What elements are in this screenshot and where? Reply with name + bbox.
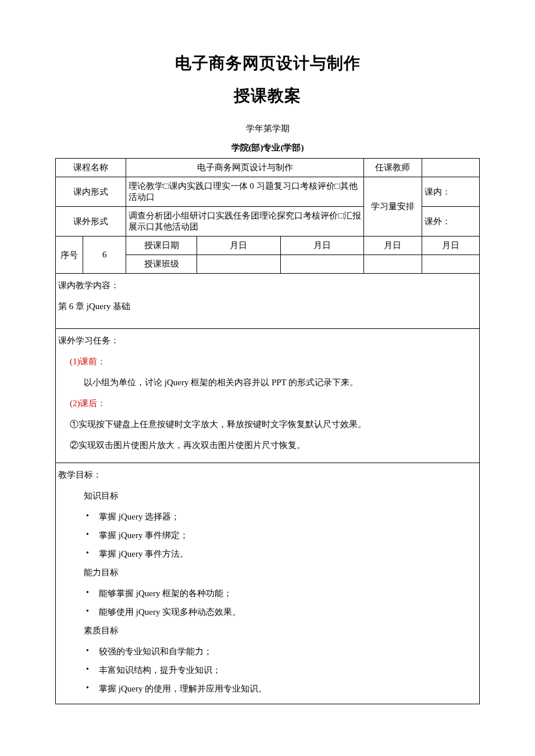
instructor-value [422, 159, 479, 177]
row-teach-date: 序号 6 授课日期 月日 月日 月日 月日 [56, 237, 480, 255]
month-day-4: 月日 [422, 237, 479, 255]
inclass-form-label: 课内形式 [56, 177, 126, 207]
row-objectives: 教学目标： 知识目标 掌握 jQuery 选择器； 掌握 jQuery 事件绑定… [56, 463, 480, 704]
month-day-1: 月日 [197, 237, 280, 255]
post-class-item1: ①实现按下键盘上任意按键时文字放大，释放按键时文字恢复默认尺寸效果。 [58, 417, 477, 431]
teach-class-3 [364, 255, 422, 274]
semester-line: 学年第学期 [55, 123, 480, 134]
lesson-plan-table: 课程名称 电子商务网页设计与制作 任课教师 课内形式 理论教学□课内实践口理实一… [55, 158, 480, 704]
quality-objective-list: 较强的专业知识和自学能力； 丰富知识结构，提升专业知识； 掌握 jQuery 的… [58, 644, 477, 696]
inclass-content-line1: 第 6 章 jQuery 基础 [58, 299, 477, 313]
list-item: 掌握 jQuery 事件绑定； [99, 528, 477, 542]
row-outclass-tasks: 课外学习任务： (1)课前： 以小组为单位，讨论 jQuery 框架的相关内容并… [56, 329, 480, 463]
outclass-form-value: 调查分析团小组研讨口实践任务团理论探究口考核评价□汇报展示口其他活动团 [126, 207, 364, 237]
seq-value: 6 [83, 237, 126, 274]
list-item: 能够掌握 jQuery 框架的各种功能； [99, 586, 477, 600]
row-course-name: 课程名称 电子商务网页设计与制作 任课教师 [56, 159, 480, 177]
teach-class-label: 授课班级 [126, 255, 197, 274]
course-name-value: 电子商务网页设计与制作 [126, 159, 364, 177]
quality-objective-label: 素质目标 [58, 624, 477, 637]
list-item: 掌握 jQuery 事件方法。 [99, 547, 477, 561]
teach-class-2 [280, 255, 364, 274]
teach-class-4 [422, 255, 479, 274]
month-day-3: 月日 [364, 237, 422, 255]
post-class-label: (2)课后： [58, 396, 477, 410]
page-title-main: 电子商务网页设计与制作 [55, 52, 480, 74]
teach-class-1 [197, 255, 280, 274]
row-inclass-form: 课内形式 理论教学□课内实践口理实一体 0 习题复习口考核评价□其他活动口 学习… [56, 177, 480, 207]
list-item: 能够使用 jQuery 实现多种动态效果。 [99, 605, 477, 619]
teach-date-label: 授课日期 [126, 237, 197, 255]
list-item: 掌握 jQuery 的使用，理解并应用专业知识。 [99, 682, 477, 696]
list-item: 较强的专业知识和自学能力； [99, 644, 477, 658]
inclass-content-heading: 课内教学内容： [58, 278, 477, 292]
objectives-heading: 教学目标： [58, 468, 477, 482]
list-item: 丰富知识结构，提升专业知识； [99, 663, 477, 677]
college-line: 学院(部)专业(学部) [55, 142, 480, 153]
outclass-form-label: 课外形式 [56, 207, 126, 237]
row-inclass-content: 课内教学内容： 第 6 章 jQuery 基础 [56, 274, 480, 329]
inclass-amount-label: 课内： [422, 177, 479, 207]
study-arrange-label: 学习量安排 [364, 177, 422, 237]
ability-objective-list: 能够掌握 jQuery 框架的各种功能； 能够使用 jQuery 实现多种动态效… [58, 586, 477, 619]
page-title-sub: 授课教案 [55, 85, 480, 107]
pre-class-label: (1)课前： [58, 354, 477, 368]
month-day-2: 月日 [280, 237, 364, 255]
instructor-label: 任课教师 [364, 159, 422, 177]
outclass-amount-label: 课外： [422, 207, 479, 237]
pre-class-text: 以小组为单位，讨论 jQuery 框架的相关内容并以 PPT 的形式记录下来。 [58, 375, 477, 389]
knowledge-objective-list: 掌握 jQuery 选择器； 掌握 jQuery 事件绑定； 掌握 jQuery… [58, 510, 477, 561]
inclass-form-value: 理论教学□课内实践口理实一体 0 习题复习口考核评价□其他活动口 [126, 177, 364, 207]
knowledge-objective-label: 知识目标 [58, 489, 477, 503]
post-class-item2: ②实现双击图片使图片放大，再次双击图片使图片尺寸恢复。 [58, 438, 477, 452]
seq-label: 序号 [56, 237, 83, 274]
outclass-tasks-heading: 课外学习任务： [58, 334, 477, 347]
list-item: 掌握 jQuery 选择器； [99, 510, 477, 524]
ability-objective-label: 能力目标 [58, 565, 477, 579]
course-name-label: 课程名称 [56, 159, 126, 177]
